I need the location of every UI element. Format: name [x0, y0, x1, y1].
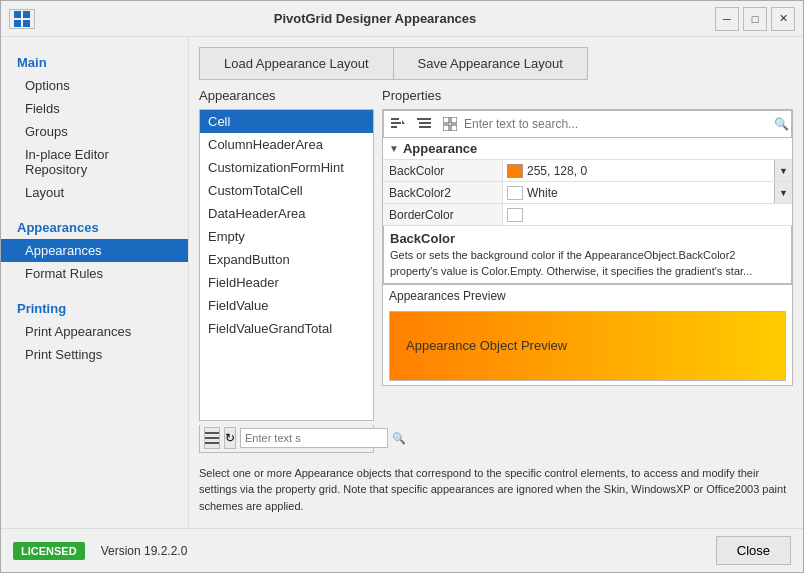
sidebar-item-format-rules[interactable]: Format Rules [1, 262, 188, 285]
prop-description: BackColor Gets or sets the background co… [383, 226, 792, 284]
appearance-item-customtotalcell[interactable]: CustomTotalCell [200, 179, 373, 202]
maximize-button[interactable]: □ [743, 7, 767, 31]
appearances-preview: Appearance Object Preview [389, 311, 786, 381]
version-text: Version 19.2.2.0 [101, 544, 188, 558]
prop-desc-title: BackColor [390, 230, 785, 248]
sidebar-item-groups[interactable]: Groups [1, 120, 188, 143]
sidebar-divider-1 [1, 204, 188, 214]
list-view-button[interactable] [204, 427, 220, 449]
appearance-item-customizationformhint[interactable]: CustomizationFormHint [200, 156, 373, 179]
refresh-button[interactable]: ↻ [224, 427, 236, 449]
window-title: PivotGrid Designer Appearances [35, 11, 715, 26]
appearance-item-fieldheader[interactable]: FieldHeader [200, 271, 373, 294]
svg-rect-17 [451, 125, 457, 131]
svg-rect-14 [443, 117, 449, 123]
appearances-panel: Appearances Cell ColumnHeaderArea Custom… [199, 88, 374, 453]
prop-row-backcolor2: BackColor2 White ▼ [383, 182, 792, 204]
prop-name-bordercolor: BorderColor [383, 204, 503, 225]
sidebar-item-fields[interactable]: Fields [1, 97, 188, 120]
properties-panel: Properties [382, 88, 793, 453]
preview-label: Appearances Preview [383, 284, 792, 307]
sidebar: Main Options Fields Groups In-place Edit… [1, 37, 189, 528]
properties-panel-title: Properties [382, 88, 793, 103]
appearance-item-fieldvalue[interactable]: FieldValue [200, 294, 373, 317]
svg-rect-15 [451, 117, 457, 123]
info-text: Select one or more Appearance objects th… [199, 461, 793, 519]
appearances-search-input[interactable] [240, 428, 388, 448]
preview-object-label: Appearance Object Preview [406, 338, 567, 353]
prop-name-backcolor2: BackColor2 [383, 182, 503, 203]
svg-rect-5 [205, 437, 219, 439]
top-buttons: Load Appearance Layout Save Appearance L… [199, 47, 793, 80]
bordercolor-swatch [507, 208, 523, 222]
properties-search-icon: 🔍 [774, 117, 789, 131]
footer-left: LICENSED Version 19.2.2.0 [13, 542, 187, 560]
appearances-list[interactable]: Cell ColumnHeaderArea CustomizationFormH… [199, 109, 374, 421]
prop-group-appearance: ▼ Appearance [383, 138, 792, 160]
prop-row-bordercolor: BorderColor [383, 204, 792, 226]
prop-desc-text: Gets or sets the background color if the… [390, 248, 785, 279]
title-prefix: PivotGrid Designer [274, 11, 395, 26]
sidebar-item-options[interactable]: Options [1, 74, 188, 97]
svg-marker-10 [402, 120, 405, 124]
sidebar-item-print-settings[interactable]: Print Settings [1, 343, 188, 366]
svg-rect-16 [443, 125, 449, 131]
prop-category-button[interactable] [412, 113, 436, 135]
prop-grid-scroll[interactable]: BackColor 255, 128, 0 ▼ BackColor2 [383, 160, 792, 226]
close-button[interactable]: Close [716, 536, 791, 565]
backcolor2-swatch [507, 186, 523, 200]
sidebar-main-header: Main [1, 49, 188, 74]
footer: LICENSED Version 19.2.2.0 Close [1, 528, 803, 572]
backcolor-dropdown[interactable]: ▼ [774, 160, 792, 181]
title-bar: PivotGrid Designer Appearances ─ □ ✕ [1, 1, 803, 37]
prop-row-backcolor: BackColor 255, 128, 0 ▼ [383, 160, 792, 182]
svg-rect-9 [391, 126, 397, 128]
properties-search-input[interactable] [464, 117, 772, 131]
main-content-row: Appearances Cell ColumnHeaderArea Custom… [199, 88, 793, 453]
appearances-panel-title: Appearances [199, 88, 374, 103]
minimize-button[interactable]: ─ [715, 7, 739, 31]
svg-rect-3 [23, 20, 30, 27]
save-appearance-layout-button[interactable]: Save Appearance Layout [393, 47, 588, 80]
svg-rect-6 [205, 442, 219, 444]
title-bar-left [9, 9, 35, 29]
backcolor2-dropdown[interactable]: ▼ [774, 182, 792, 203]
load-appearance-layout-button[interactable]: Load Appearance Layout [199, 47, 393, 80]
prop-name-backcolor: BackColor [383, 160, 503, 181]
prop-group-name: Appearance [403, 141, 477, 156]
sidebar-appearances-header: Appearances [1, 214, 188, 239]
sidebar-printing-header: Printing [1, 295, 188, 320]
svg-rect-8 [391, 122, 401, 124]
prop-value-backcolor: 255, 128, 0 ▼ [503, 160, 792, 181]
appearance-item-dataheaderarea[interactable]: DataHeaderArea [200, 202, 373, 225]
prop-value-bordercolor [503, 204, 792, 225]
main-window: PivotGrid Designer Appearances ─ □ ✕ Mai… [0, 0, 804, 573]
window-controls: ─ □ ✕ [715, 7, 795, 31]
prop-grid-button[interactable] [438, 113, 462, 135]
svg-rect-4 [205, 432, 219, 434]
properties-panel-inner: 🔍 ▼ Appearance BackColor [382, 109, 793, 386]
content-area: Main Options Fields Groups In-place Edit… [1, 37, 803, 528]
backcolor-value: 255, 128, 0 [527, 164, 587, 178]
appearance-item-cell[interactable]: Cell [200, 110, 373, 133]
sidebar-item-inplace[interactable]: In-place Editor Repository [1, 143, 188, 181]
licensed-badge: LICENSED [13, 542, 85, 560]
prop-expand-icon: ▼ [389, 143, 399, 154]
appearance-item-expandbutton[interactable]: ExpandButton [200, 248, 373, 271]
appearance-item-columnheaderarea[interactable]: ColumnHeaderArea [200, 133, 373, 156]
sidebar-item-print-appearances[interactable]: Print Appearances [1, 320, 188, 343]
backcolor2-value: White [527, 186, 558, 200]
svg-rect-7 [391, 118, 399, 120]
close-window-button[interactable]: ✕ [771, 7, 795, 31]
sidebar-item-layout[interactable]: Layout [1, 181, 188, 204]
appearance-item-fieldvaluegrandtotal[interactable]: FieldValueGrandTotal [200, 317, 373, 340]
sidebar-item-appearances[interactable]: Appearances [1, 239, 188, 262]
sidebar-divider-2 [1, 285, 188, 295]
main-panel: Load Appearance Layout Save Appearance L… [189, 37, 803, 528]
svg-rect-1 [23, 11, 30, 18]
appearance-item-empty[interactable]: Empty [200, 225, 373, 248]
svg-rect-12 [419, 122, 431, 124]
properties-toolbar: 🔍 [383, 110, 792, 138]
prop-sort-button[interactable] [386, 113, 410, 135]
svg-rect-2 [14, 20, 21, 27]
